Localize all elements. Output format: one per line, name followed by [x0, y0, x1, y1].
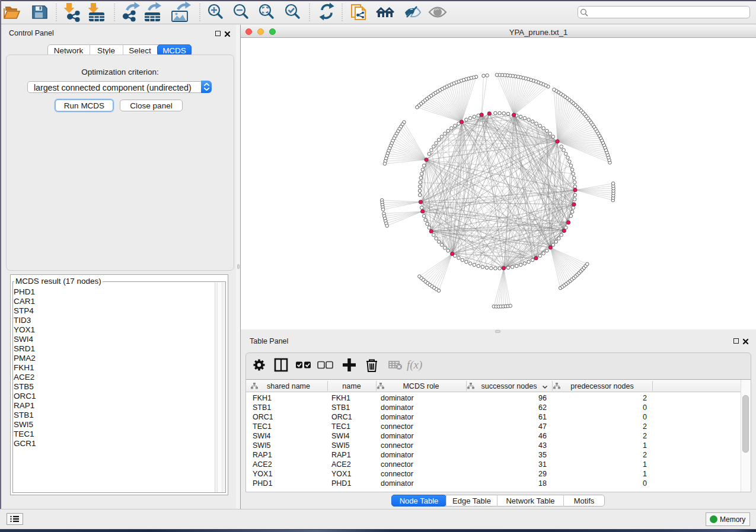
svg-text:f(x): f(x) — [407, 358, 422, 371]
